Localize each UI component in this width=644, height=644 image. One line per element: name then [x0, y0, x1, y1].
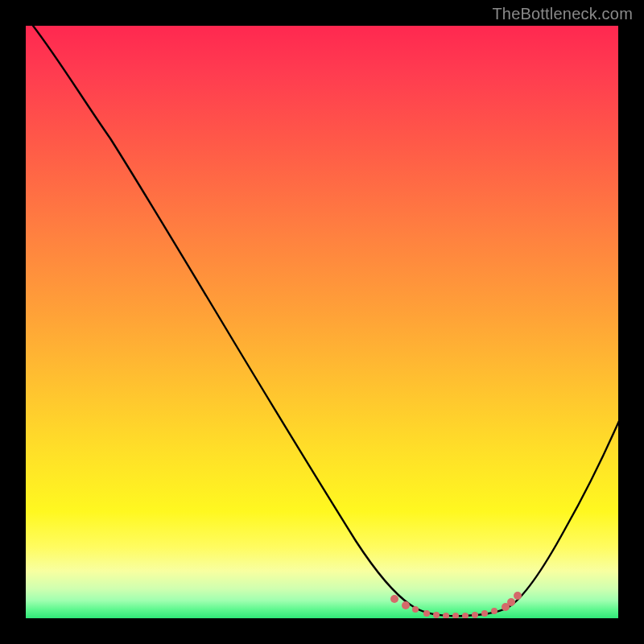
watermark-text: TheBottleneck.com	[492, 5, 633, 23]
chart-container: TheBottleneck.com	[0, 0, 644, 644]
svg-point-9	[481, 610, 488, 617]
svg-point-5	[443, 613, 449, 618]
svg-point-1	[402, 601, 410, 609]
curve-layer	[26, 26, 618, 618]
svg-point-2	[412, 606, 419, 613]
svg-point-13	[514, 592, 522, 600]
bottleneck-curve	[31, 26, 618, 616]
plot-area	[26, 26, 618, 618]
svg-point-8	[472, 612, 478, 618]
svg-point-4	[433, 612, 440, 618]
svg-point-7	[462, 613, 469, 618]
svg-point-6	[452, 613, 459, 618]
svg-point-0	[390, 595, 398, 603]
svg-point-10	[491, 608, 497, 614]
svg-point-3	[423, 610, 430, 617]
svg-point-12	[507, 598, 515, 606]
